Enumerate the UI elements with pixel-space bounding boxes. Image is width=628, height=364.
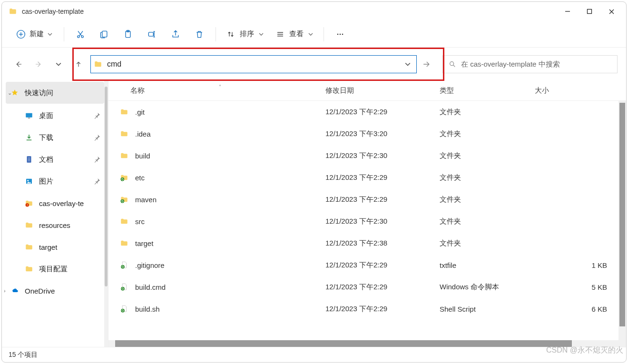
toolbar: 新建 排序 查看 (2, 21, 626, 48)
recent-button[interactable] (50, 56, 67, 72)
sidebar-item-0[interactable]: ⌄快速访问 (6, 82, 104, 104)
delete-button[interactable] (189, 25, 210, 44)
svg-point-16 (337, 33, 339, 35)
file-sync-icon (118, 305, 130, 313)
minimize-button[interactable] (557, 4, 579, 19)
file-type: txtfile (440, 261, 535, 269)
close-button[interactable] (600, 4, 622, 19)
svg-line-20 (453, 65, 455, 67)
sidebar-item-3[interactable]: 文档 (2, 148, 108, 170)
folder-icon (118, 239, 130, 247)
sidebar-item-label: 快速访问 (25, 89, 53, 98)
up-button[interactable] (70, 56, 87, 72)
sidebar-item-label: 图片 (39, 177, 53, 186)
file-date: 12/1/2023 下午2:38 (325, 239, 440, 248)
address-bar[interactable] (90, 55, 417, 73)
sidebar-item-label: 桌面 (39, 111, 53, 120)
address-input[interactable] (105, 60, 402, 69)
sidebar-item-5[interactable]: !cas-overlay-te (2, 192, 108, 214)
file-date: 12/1/2023 下午2:29 (325, 305, 440, 314)
pin-icon (93, 177, 101, 186)
file-row[interactable]: target12/1/2023 下午2:38文件夹 (108, 232, 626, 254)
svg-point-34 (121, 265, 125, 269)
file-row[interactable]: .gitignore12/1/2023 下午2:29txtfile1 KB (108, 254, 626, 276)
back-button[interactable] (10, 56, 27, 72)
file-row[interactable]: .git12/1/2023 下午2:29文件夹 (108, 101, 626, 123)
svg-point-19 (450, 62, 454, 66)
sidebar-item-6[interactable]: resources (2, 214, 108, 236)
file-date: 12/1/2023 下午2:30 (325, 217, 440, 226)
file-row[interactable]: build.cmd12/1/2023 下午2:29Windows 命令脚本5 K… (108, 276, 626, 298)
sidebar: ⌄快速访问桌面下载文档图片!cas-overlay-teresourcestar… (2, 81, 108, 347)
col-name[interactable]: 名称 (130, 86, 145, 94)
more-button[interactable] (330, 25, 351, 44)
folder-icon (25, 221, 33, 229)
file-name: etc (135, 174, 325, 182)
file-row[interactable]: .idea12/1/2023 下午3:20文件夹 (108, 123, 626, 145)
col-size[interactable]: 大小 (535, 86, 626, 95)
desktop-icon (25, 111, 33, 120)
svg-rect-22 (28, 118, 30, 119)
sidebar-item-8[interactable]: 项目配置 (2, 258, 108, 280)
column-headers[interactable]: 名称˄ 修改日期 类型 大小 (108, 81, 626, 101)
sidebar-item-label: 项目配置 (39, 265, 68, 274)
go-button[interactable] (422, 59, 431, 69)
search-box[interactable]: 在 cas-overlay-template 中搜索 (442, 55, 618, 73)
folder-icon (25, 243, 33, 251)
new-label: 新建 (29, 30, 44, 39)
file-row[interactable]: maven12/1/2023 下午2:29文件夹 (108, 188, 626, 210)
folder-icon (118, 108, 130, 116)
new-button[interactable]: 新建 (10, 27, 58, 42)
folder-icon (9, 7, 17, 16)
sidebar-item-label: cas-overlay-te (39, 199, 84, 207)
sidebar-item-7[interactable]: target (2, 236, 108, 258)
titlebar: cas-overlay-template (2, 2, 626, 21)
sidebar-item-2[interactable]: 下载 (2, 127, 108, 148)
file-row[interactable]: build12/1/2023 下午2:30文件夹 (108, 145, 626, 167)
file-row[interactable]: etc12/1/2023 下午2:29文件夹 (108, 167, 626, 188)
view-button[interactable]: 查看 (271, 27, 318, 41)
nav-row: 在 cas-overlay-template 中搜索 (2, 48, 626, 81)
folder-icon (94, 60, 102, 69)
sidebar-item-4[interactable]: 图片 (2, 170, 108, 192)
doc-icon (25, 155, 33, 164)
sidebar-item-label: 文档 (39, 155, 53, 164)
svg-point-33 (121, 199, 125, 203)
cut-button[interactable] (70, 25, 91, 44)
col-type[interactable]: 类型 (440, 86, 535, 95)
file-row[interactable]: build.sh12/1/2023 下午2:29Shell Script6 KB (108, 298, 626, 320)
sort-indicator-icon: ˄ (219, 84, 221, 89)
file-date: 12/1/2023 下午2:29 (325, 283, 440, 292)
copy-button[interactable] (94, 25, 115, 44)
window-title: cas-overlay-template (22, 8, 557, 15)
item-count: 15 个项目 (9, 351, 38, 359)
file-pane: 名称˄ 修改日期 类型 大小 .git12/1/2023 下午2:29文件夹.i… (108, 81, 626, 347)
sidebar-item-1[interactable]: 桌面 (2, 105, 108, 127)
file-type: 文件夹 (440, 129, 535, 138)
maximize-button[interactable] (579, 4, 600, 19)
sort-button[interactable]: 排序 (222, 27, 268, 41)
folder-sync-icon (118, 195, 130, 204)
forward-button[interactable] (30, 56, 47, 72)
share-button[interactable] (165, 25, 186, 44)
file-date: 12/1/2023 下午2:29 (325, 173, 440, 182)
sidebar-item-9[interactable]: ›OneDrive (2, 280, 108, 302)
col-date[interactable]: 修改日期 (325, 86, 440, 95)
file-date: 12/1/2023 下午2:29 (325, 261, 440, 270)
status-bar: 15 个项目 (2, 347, 626, 362)
pic-icon (25, 177, 33, 186)
file-name: build.cmd (135, 283, 325, 291)
svg-point-17 (340, 33, 341, 35)
vertical-scrollbar[interactable] (618, 101, 626, 340)
rename-button[interactable] (141, 25, 162, 44)
file-size: 1 KB (535, 261, 626, 269)
file-type: 文件夹 (440, 195, 535, 204)
svg-point-35 (121, 287, 125, 291)
paste-button[interactable] (118, 25, 138, 44)
file-sync-icon (118, 261, 130, 269)
onedrive-icon (10, 286, 19, 295)
sidebar-scrollbar[interactable] (104, 81, 108, 347)
download-icon (25, 133, 33, 142)
file-row[interactable]: src12/1/2023 下午2:30文件夹 (108, 210, 626, 232)
address-dropdown[interactable] (402, 61, 413, 67)
